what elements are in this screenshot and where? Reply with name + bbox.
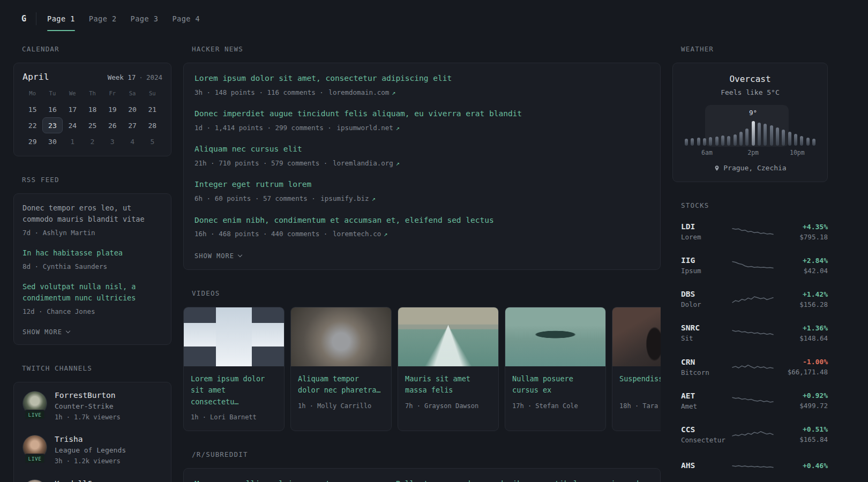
weather-bar <box>739 112 743 146</box>
calendar-day: 27 <box>122 117 142 133</box>
app-logo[interactable]: G <box>21 14 26 24</box>
calendar-day: 26 <box>102 117 122 133</box>
external-link-icon: ↗ <box>384 230 387 238</box>
stock-price: $499.72 <box>774 401 828 411</box>
weather-bar <box>770 112 773 146</box>
stock-row[interactable]: LDI Lorem +4.35% $795.18 <box>681 219 819 245</box>
video-meta: 17h · Stefan Cole <box>512 402 598 411</box>
channel-name[interactable]: KendallCarr <box>55 479 106 482</box>
hn-item-source[interactable]: loremdomain.com↗ <box>328 88 395 96</box>
rss-item-title[interactable]: Donec tempor eros leo, ut commodo mauris… <box>23 202 162 225</box>
video-title[interactable]: Nullam posuere cursus ex <box>512 373 598 396</box>
video-card[interactable]: Nullam posuere cursus ex 17h · Stefan Co… <box>505 307 606 431</box>
stock-row[interactable]: AHS +0.46% <box>681 456 819 477</box>
stock-change: +2.84% <box>774 257 828 265</box>
video-card[interactable]: Lorem ipsum dolor sit amet consectetu… 1… <box>183 307 285 431</box>
video-meta: 18h · Tara <box>619 402 661 411</box>
stock-change: +0.46% <box>774 462 828 470</box>
separator-dot: · <box>139 73 143 81</box>
rss-show-more-button[interactable]: SHOW MORE <box>23 328 70 336</box>
calendar-day: 29 <box>23 133 42 149</box>
middle-column: HACKER NEWS Lorem ipsum dolor sit amet, … <box>183 45 661 482</box>
external-link-icon: ↗ <box>372 195 376 202</box>
page-tab[interactable]: Page 2 <box>89 10 117 27</box>
hn-item-meta: 6h · 60 points · 57 comments · <box>194 194 316 202</box>
rss-list: Donec tempor eros leo, ut commodo mauris… <box>23 202 162 317</box>
page-tab[interactable]: Page 3 <box>131 10 159 27</box>
calendar-day: 23 <box>42 117 62 133</box>
stock-row[interactable]: IIG Ipsum +2.84% $42.04 <box>681 253 819 279</box>
stock-row[interactable]: CCS Consectetur +0.51% $165.84 <box>681 422 819 448</box>
top-nav: G Page 1 Page 2 Page 3 Page 4 <box>0 0 868 37</box>
page-tab[interactable]: Page 4 <box>172 10 200 27</box>
stock-row[interactable]: AET Amet +0.92% $499.72 <box>681 388 819 415</box>
video-card[interactable]: Suspendisse diam 18h · Tara <box>612 307 661 431</box>
rss-item-title[interactable]: In hac habitasse platea <box>23 247 162 259</box>
stock-symbol: AHS <box>681 461 731 470</box>
weather-bar <box>721 112 724 146</box>
weather-section-title: WEATHER <box>672 45 828 53</box>
hn-item-source[interactable]: ipsumify.biz↗ <box>320 194 376 202</box>
video-title[interactable]: Mauris sit amet massa felis <box>405 373 491 396</box>
page-tabs: Page 1 Page 2 Page 3 Page 4 <box>47 10 200 27</box>
video-title[interactable]: Aliquam tempor dolor nec pharetra… <box>298 373 384 396</box>
hn-item-title[interactable]: Lorem ipsum dolor sit amet, consectetur … <box>194 73 649 85</box>
calendar-section-title: CALENDAR <box>13 45 171 53</box>
weather-temp-label: 9° <box>749 109 757 117</box>
channel-name[interactable]: Trisha <box>55 435 126 443</box>
video-meta: 1h · Lori Barnett <box>191 413 277 422</box>
hn-item-source[interactable]: loremtech.co↗ <box>333 230 388 238</box>
stock-symbol: IIG <box>681 256 731 265</box>
page-tab[interactable]: Page 1 <box>47 10 75 27</box>
video-card[interactable]: Mauris sit amet massa felis 7h · Grayson… <box>398 307 499 431</box>
hn-item-meta: 3h · 148 points · 116 comments · <box>194 88 324 96</box>
weather-bar <box>715 112 719 146</box>
stocks-section-title: STOCKS <box>672 201 828 209</box>
stock-sparkline <box>731 427 774 442</box>
twitch-widget: TWITCH CHANNELS LIVE ForrestBurton Count… <box>13 364 171 482</box>
weather-bar <box>703 112 706 146</box>
calendar-day: 15 <box>23 101 42 117</box>
subreddit-card: Maecenas mollis pulvinar erat non posuer… <box>183 468 661 482</box>
video-card[interactable]: Aliquam tempor dolor nec pharetra… 1h · … <box>290 307 392 431</box>
external-link-icon: ↗ <box>392 89 395 96</box>
hn-item-meta: 1d · 1,414 points · 299 comments · <box>194 124 332 132</box>
video-title[interactable]: Suspendisse diam <box>619 373 661 396</box>
videos-scroller: Lorem ipsum dolor sit amet consectetu… 1… <box>183 307 661 431</box>
stock-row[interactable]: SNRC Sit +1.36% $148.64 <box>681 320 819 347</box>
rss-item-title[interactable]: Sed volutpat nulla nisl, a condimentum n… <box>23 281 162 304</box>
stock-sparkline <box>731 326 774 341</box>
subreddit-post-title[interactable]: Maecenas mollis pulvinar erat non posuer… <box>194 478 649 482</box>
stock-sparkline <box>731 459 774 474</box>
show-more-label: SHOW MORE <box>194 252 234 260</box>
hackernews-item: Donec imperdiet augue tincidunt felis al… <box>194 108 649 133</box>
stock-name: Consectetur <box>681 435 731 445</box>
video-title[interactable]: Lorem ipsum dolor sit amet consectetu… <box>191 373 277 408</box>
twitch-channel-row: LIVE KendallCarr <box>23 479 162 482</box>
stock-row[interactable]: CRN Bitcorn -1.00% $66,171.48 <box>681 355 819 381</box>
video-thumbnail <box>612 307 661 366</box>
hackernews-list: Lorem ipsum dolor sit amet, consectetur … <box>194 73 649 239</box>
stock-symbol: DBS <box>681 290 731 298</box>
hn-item-meta: 21h · 710 points · 579 comments · <box>194 159 327 167</box>
stock-name: Ipsum <box>681 266 731 276</box>
stock-name: Lorem <box>681 232 731 242</box>
hn-item-source[interactable]: ipsumworld.net↗ <box>336 124 400 132</box>
hn-item-title[interactable]: Integer eget rutrum lorem <box>194 179 649 191</box>
hn-item-title[interactable]: Donec enim nibh, condimentum et accumsan… <box>194 215 649 227</box>
hn-item-title[interactable]: Aliquam nec cursus elit <box>194 144 649 155</box>
stock-symbol: CRN <box>681 358 731 366</box>
calendar-dow: Tu <box>42 86 62 101</box>
hackernews-show-more-button[interactable]: SHOW MORE <box>194 252 242 260</box>
hn-item-title[interactable]: Donec imperdiet augue tincidunt felis al… <box>194 108 649 120</box>
hn-item-source[interactable]: loremlandia.org↗ <box>333 159 400 167</box>
calendar-day: 19 <box>102 101 122 117</box>
videos-widget: VIDEOS Lorem ipsum dolor sit amet consec… <box>183 289 661 431</box>
calendar-dow: We <box>63 86 83 101</box>
weather-bar <box>691 112 694 146</box>
stock-row[interactable]: DBS Dolor +1.42% $156.28 <box>681 287 819 313</box>
channel-name[interactable]: ForrestBurton <box>55 391 121 400</box>
weather-axis-label: 10pm <box>790 149 805 156</box>
video-thumbnail <box>398 307 498 366</box>
calendar-day: 2 <box>83 133 102 149</box>
